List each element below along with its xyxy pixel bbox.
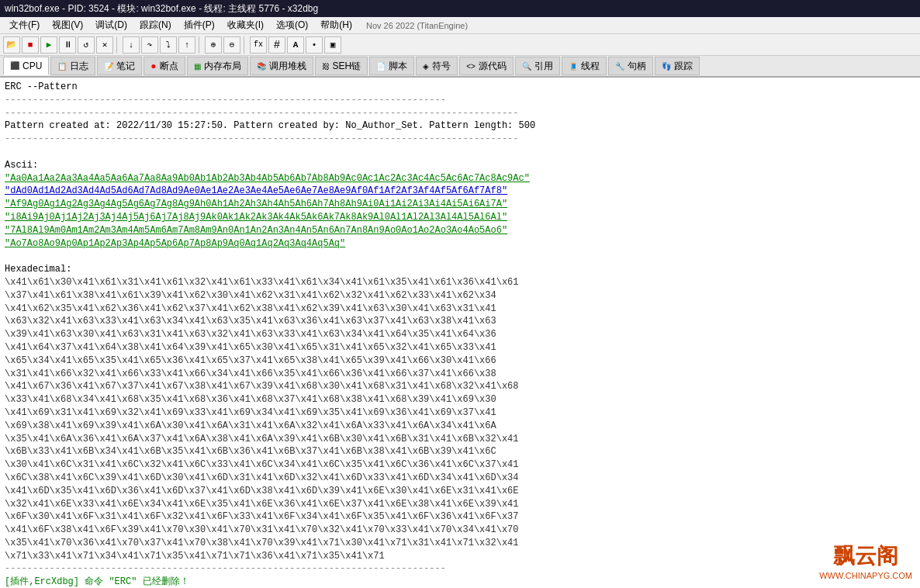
hex-line-1: \x37\x41\x61\x38\x41\x61\x39\x41\x62\x30… [5, 289, 915, 303]
tab-callstack[interactable]: 📚 调用堆栈 [250, 57, 313, 75]
handles-icon: 🔧 [615, 62, 624, 71]
tab-cpu[interactable]: ⬛ CPU [3, 57, 49, 75]
tab-breakpoints[interactable]: ● 断点 [144, 57, 185, 75]
title-text: win32bof.exe - PID: 3524 - 模块: win32bof.… [5, 2, 318, 16]
tab-threads[interactable]: 🧵 线程 [562, 57, 607, 75]
separator-1: ----------------------------------------… [5, 94, 915, 107]
tab-source[interactable]: <> 源代码 [459, 57, 514, 75]
tab-seh[interactable]: ⛓ SEH链 [315, 57, 368, 75]
stop-button[interactable]: ■ [22, 36, 39, 54]
menu-plugin[interactable]: 插件(P) [178, 17, 221, 33]
tab-notes-label: 笔记 [116, 60, 135, 73]
threads-icon: 🧵 [569, 62, 578, 71]
trace-icon: 👣 [662, 62, 671, 71]
tab-cpu-label: CPU [22, 61, 42, 71]
ascii-line-5[interactable]: "7Al8Al9Am0Am1Am2Am3Am4Am5Am6Am7Am8Am9An… [5, 224, 915, 237]
tab-trace-label: 跟踪 [674, 60, 693, 73]
tab-trace[interactable]: 👣 跟踪 [655, 57, 700, 75]
restart-button[interactable]: ↺ [78, 36, 95, 54]
notes-icon: 📝 [104, 62, 113, 71]
tab-seh-label: SEH链 [333, 60, 361, 73]
version-info: Nov 26 2022 (TitanEngine) [366, 21, 468, 30]
tab-handles-label: 句柄 [628, 60, 646, 73]
menu-options[interactable]: 选项(O) [270, 17, 314, 33]
cpu-icon: ⬛ [10, 61, 19, 70]
hex-line-10: \x41\x69\x31\x41\x69\x32\x41\x69\x33\x41… [5, 406, 915, 420]
menu-favorites[interactable]: 收藏夹(I) [221, 17, 270, 33]
tab-references[interactable]: 🔍 引用 [515, 57, 560, 75]
attach-button[interactable]: ⊕ [205, 36, 222, 54]
toolbar-separator-3 [244, 36, 247, 54]
hex-line-17: \x32\x41\x6E\x33\x41\x6E\x34\x41\x6E\x35… [5, 498, 915, 511]
hex-line-8: \x41\x67\x36\x41\x67\x37\x41\x67\x38\x41… [5, 380, 915, 393]
tab-threads-label: 线程 [581, 60, 600, 73]
hex-line-3: \x63\x32\x41\x63\x33\x41\x63\x34\x41\x63… [5, 315, 915, 328]
hex-line-4: \x39\x41\x63\x30\x41\x63\x31\x41\x63\x32… [5, 328, 915, 341]
memory-icon: ▦ [194, 62, 201, 71]
step-over-button[interactable]: ↷ [141, 36, 158, 54]
hash-button[interactable]: # [268, 36, 285, 54]
hex-line-13: \x6B\x33\x41\x6B\x34\x41\x6B\x35\x41\x6B… [5, 445, 915, 458]
hex-line-15: \x6C\x38\x41\x6C\x39\x41\x6D\x30\x41\x6D… [5, 472, 915, 485]
titlebar: win32bof.exe - PID: 3524 - 模块: win32bof.… [0, 0, 920, 17]
menu-trace[interactable]: 跟踪(N) [133, 17, 178, 33]
hex-spacer [5, 250, 915, 263]
close-proc-button[interactable]: ✕ [96, 36, 113, 54]
menu-debug[interactable]: 调试(D) [89, 17, 133, 33]
hex-line-5: \x41\x64\x37\x41\x64\x38\x41\x64\x39\x41… [5, 341, 915, 355]
tab-breakpoints-label: 断点 [160, 60, 178, 73]
hex-line-20: \x35\x41\x70\x36\x41\x70\x37\x41\x70\x38… [5, 537, 915, 550]
hex-line-14: \x30\x41\x6C\x31\x41\x6C\x32\x41\x6C\x33… [5, 458, 915, 472]
open-button[interactable]: 📂 [3, 36, 20, 54]
separator-final: ----------------------------------------… [5, 562, 915, 576]
menu-view[interactable]: 视图(V) [46, 17, 89, 33]
bullet-button[interactable]: • [306, 36, 323, 54]
hex-line-11: \x69\x38\x41\x69\x39\x41\x6A\x30\x41\x6A… [5, 420, 915, 433]
erc-header: ERC --Pattern [5, 81, 915, 94]
ascii-label: Ascii: [5, 159, 915, 172]
toolbar-separator-1 [116, 36, 119, 54]
tabbar: ⬛ CPU 📋 日志 📝 笔记 ● 断点 ▦ 内存布局 📚 调用堆栈 ⛓ SEH… [0, 56, 920, 78]
ref-icon: 🔍 [522, 62, 531, 71]
hex-line-0: \x41\x61\x30\x41\x61\x31\x41\x61\x32\x41… [5, 276, 915, 289]
hex-line-18: \x6F\x30\x41\x6F\x31\x41\x6F\x32\x41\x6F… [5, 510, 915, 524]
toolbar-separator-2 [199, 36, 202, 54]
run-button[interactable]: ▶ [40, 36, 57, 54]
ascii-header [5, 146, 915, 159]
script-icon: 📄 [376, 62, 386, 71]
step-out-button[interactable]: ↑ [178, 36, 195, 54]
ascii-line-4[interactable]: "i8Ai9Aj0Aj1Aj2Aj3Aj4Aj5Aj6Aj7Aj8Aj9Ak0A… [5, 211, 915, 224]
ascii-line-2[interactable]: "dAd0Ad1Ad2Ad3Ad4Ad5Ad6Ad7Ad8Ad9Ae0Ae1Ae… [5, 185, 915, 198]
status-line-1: [插件,ErcXdbg] 命令 "ERC" 已经删除！ [5, 576, 915, 588]
screen-button[interactable]: ▣ [324, 36, 341, 54]
source-icon: <> [466, 62, 476, 71]
tab-references-label: 引用 [534, 60, 553, 73]
ascii-line-1[interactable]: "Aa0Aa1Aa2Aa3Aa4Aa5Aa6Aa7Aa8Aa9Ab0Ab1Ab2… [5, 172, 915, 185]
detach-button[interactable]: ⊖ [223, 36, 240, 54]
tab-script[interactable]: 📄 脚本 [369, 57, 414, 75]
main-content: ERC --Pattern --------------------------… [0, 78, 920, 588]
seh-icon: ⛓ [322, 62, 330, 71]
pause-button[interactable]: ⏸ [59, 36, 76, 54]
menu-file[interactable]: 文件(F) [3, 17, 46, 33]
tab-memory[interactable]: ▦ 内存布局 [187, 57, 248, 75]
tab-handles[interactable]: 🔧 句柄 [608, 57, 653, 75]
expression-button[interactable]: fx [250, 36, 267, 54]
hex-line-19: \x41\x6F\x38\x41\x6F\x39\x41\x70\x30\x41… [5, 524, 915, 537]
hex-label: Hexadecimal: [5, 263, 915, 276]
breakpoint-icon: ● [150, 61, 156, 71]
ascii-line-3[interactable]: "Af9Ag0Ag1Ag2Ag3Ag4Ag5Ag6Ag7Ag8Ag9Ah0Ah1… [5, 198, 915, 211]
tab-memory-label: 内存布局 [204, 60, 241, 73]
tab-symbols[interactable]: ◈ 符号 [416, 57, 458, 75]
hex-line-16: \x41\x6D\x35\x41\x6D\x36\x41\x6D\x37\x41… [5, 485, 915, 498]
menu-help[interactable]: 帮助(H) [314, 17, 358, 33]
font-button[interactable]: A [287, 36, 304, 54]
run-to-user-button[interactable]: ⤵ [160, 36, 177, 54]
ascii-line-6[interactable]: "Ao7Ao8Ao9Ap0Ap1Ap2Ap3Ap4Ap5Ap6Ap7Ap8Ap9… [5, 237, 915, 251]
pattern-info: Pattern created at: 2022/11/30 15:27:50.… [5, 119, 915, 133]
step-in-button[interactable]: ↓ [123, 36, 140, 54]
tab-notes[interactable]: 📝 笔记 [97, 57, 142, 75]
tab-log[interactable]: 📋 日志 [50, 57, 95, 75]
menubar: 文件(F) 视图(V) 调试(D) 跟踪(N) 插件(P) 收藏夹(I) 选项(… [0, 17, 920, 34]
hex-line-12: \x35\x41\x6A\x36\x41\x6A\x37\x41\x6A\x38… [5, 433, 915, 446]
